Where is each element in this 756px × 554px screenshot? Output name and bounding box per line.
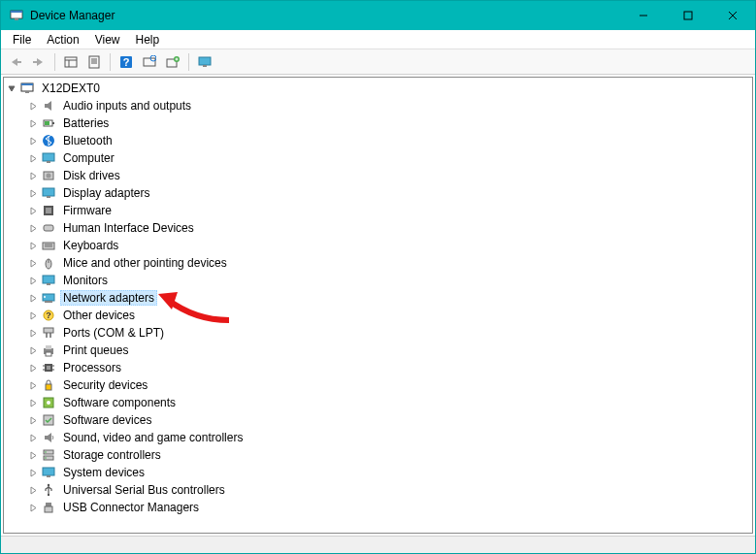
tree-item-storage[interactable]: Storage controllers	[4, 446, 752, 464]
svg-rect-76	[46, 503, 51, 506]
tree-item-label: Batteries	[60, 115, 112, 131]
tree-item-label: Security devices	[60, 377, 150, 393]
tree-item-network[interactable]: Network adapters	[4, 289, 752, 307]
expand-icon[interactable]	[27, 344, 39, 356]
tree-item-audio[interactable]: Audio inputs and outputs	[4, 97, 752, 114]
bluetooth-icon	[41, 133, 56, 148]
svg-rect-27	[21, 83, 33, 85]
tree-item-label: Print queues	[60, 342, 131, 358]
svg-rect-72	[43, 468, 54, 475]
expand-icon[interactable]	[27, 292, 39, 304]
tree-item-hid[interactable]: Human Interface Devices	[4, 219, 752, 237]
expand-icon[interactable]	[27, 310, 39, 321]
expand-icon[interactable]	[27, 240, 39, 251]
tree-item-label: Monitors	[60, 273, 111, 288]
tree-root-label: X12DEXT0	[39, 81, 103, 96]
tree-item-disk[interactable]: Disk drives	[4, 167, 752, 184]
tree-item-computer[interactable]: Computer	[4, 149, 752, 167]
menu-help[interactable]: Help	[128, 31, 168, 49]
expand-icon[interactable]	[27, 187, 39, 199]
expand-icon[interactable]	[27, 327, 39, 339]
expand-icon[interactable]	[27, 152, 39, 164]
svg-rect-7	[17, 61, 21, 63]
mouse-icon	[41, 255, 56, 271]
tree-item-swcomp[interactable]: Software components	[4, 394, 752, 411]
computer-icon	[41, 150, 56, 166]
menu-view[interactable]: View	[87, 31, 128, 49]
tree-item-usbconn[interactable]: USB Connector Managers	[4, 499, 752, 516]
usbconn-icon	[41, 500, 56, 515]
tree-item-printer[interactable]: Print queues	[4, 342, 752, 359]
expand-icon[interactable]	[27, 414, 39, 426]
tree-item-firmware[interactable]: Firmware	[4, 202, 752, 219]
svg-rect-59	[47, 366, 50, 370]
minimize-button[interactable]	[621, 1, 666, 30]
expand-icon[interactable]	[27, 484, 39, 496]
tree-item-swdev[interactable]: Software devices	[4, 411, 752, 429]
properties-button[interactable]	[83, 51, 105, 73]
forward-button[interactable]	[28, 51, 49, 73]
expand-icon[interactable]	[27, 170, 39, 181]
toolbar-separator	[110, 53, 111, 71]
security-icon	[41, 377, 56, 393]
tree-item-system[interactable]: System devices	[4, 464, 752, 481]
expand-icon[interactable]	[27, 379, 39, 391]
menu-action[interactable]: Action	[39, 31, 86, 49]
tree-item-label: Firmware	[60, 203, 115, 218]
svg-rect-31	[45, 121, 49, 125]
help-button[interactable]: ?	[115, 51, 137, 73]
other-icon: ?	[41, 308, 56, 323]
tree-item-bluetooth[interactable]: Bluetooth	[4, 132, 752, 149]
collapse-icon[interactable]	[6, 82, 17, 94]
tree-item-keyboard[interactable]: Keyboards	[4, 237, 752, 254]
svg-rect-75	[48, 494, 49, 496]
close-button[interactable]	[710, 1, 755, 30]
expand-icon[interactable]	[27, 467, 39, 478]
scan-hardware-button[interactable]	[139, 51, 160, 73]
tree-item-usb[interactable]: Universal Serial Bus controllers	[4, 481, 752, 499]
disk-icon	[41, 168, 56, 183]
tree-item-port[interactable]: Ports (COM & LPT)	[4, 324, 752, 342]
svg-rect-57	[46, 352, 51, 356]
tree-root[interactable]: X12DEXT0	[4, 80, 752, 97]
expand-icon[interactable]	[27, 362, 39, 374]
tree-item-other[interactable]: ?Other devices	[4, 307, 752, 324]
expand-icon[interactable]	[27, 502, 39, 513]
svg-rect-25	[203, 65, 207, 67]
remote-button[interactable]	[194, 51, 215, 73]
show-hide-console-button[interactable]	[60, 51, 82, 73]
sound-icon	[41, 430, 56, 445]
expand-icon[interactable]	[27, 117, 39, 129]
expand-icon[interactable]	[27, 205, 39, 216]
expand-icon[interactable]	[27, 449, 39, 461]
svg-rect-47	[43, 276, 54, 283]
tree-item-monitor[interactable]: Monitors	[4, 272, 752, 289]
svg-point-51	[44, 296, 46, 298]
tree-item-sound[interactable]: Sound, video and game controllers	[4, 429, 752, 446]
monitor-icon	[41, 273, 56, 288]
expand-icon[interactable]	[27, 432, 39, 443]
expand-icon[interactable]	[27, 257, 39, 269]
expand-icon[interactable]	[27, 135, 39, 147]
expand-icon[interactable]	[27, 275, 39, 286]
storage-icon	[41, 447, 56, 463]
expand-icon[interactable]	[27, 100, 39, 112]
svg-point-66	[47, 401, 50, 405]
tree-item-battery[interactable]: Batteries	[4, 114, 752, 132]
tree-item-security[interactable]: Security devices	[4, 376, 752, 394]
back-button[interactable]	[5, 51, 26, 73]
svg-point-74	[48, 484, 49, 486]
tree-item-cpu[interactable]: Processors	[4, 359, 752, 376]
expand-icon[interactable]	[27, 397, 39, 408]
device-tree[interactable]: X12DEXT0 Audio inputs and outputsBatteri…	[3, 77, 753, 534]
tree-item-display[interactable]: Display adapters	[4, 184, 752, 202]
expand-icon[interactable]	[27, 222, 39, 234]
tree-item-label: Software devices	[60, 412, 154, 428]
svg-rect-64	[46, 384, 51, 390]
menu-file[interactable]: File	[5, 31, 39, 49]
add-hardware-button[interactable]	[162, 51, 183, 73]
maximize-button[interactable]	[666, 1, 710, 30]
tree-item-label: Universal Serial Bus controllers	[60, 482, 228, 498]
tree-item-label: Keyboards	[60, 238, 121, 253]
tree-item-mouse[interactable]: Mice and other pointing devices	[4, 254, 752, 272]
